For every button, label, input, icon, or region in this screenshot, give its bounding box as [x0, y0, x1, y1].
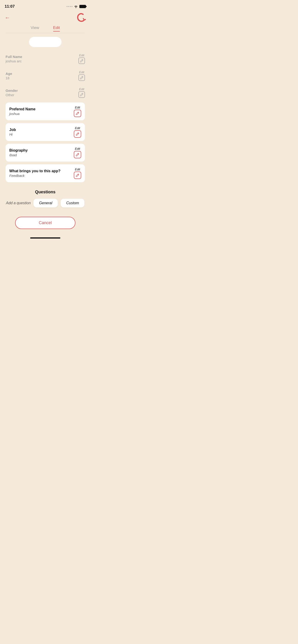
cancel-button[interactable]: Cancel [15, 217, 75, 229]
full-name-edit-button[interactable]: Edit [79, 54, 85, 64]
profile-content: Full Name joshua arc Edit Age 18 Edit [0, 52, 91, 182]
what-brings-label: What brings you to this app? [9, 169, 60, 173]
status-time: 11:07 [5, 4, 15, 9]
avatar-area [0, 33, 91, 52]
top-nav: ← [0, 12, 91, 23]
add-question-label: Add a question [6, 201, 31, 205]
job-edit-button[interactable]: Edit [74, 126, 81, 138]
age-value: 18 [6, 76, 12, 80]
signal-icon [67, 6, 72, 7]
what-brings-value: Feedback [9, 174, 60, 178]
home-bar [30, 238, 60, 238]
job-edit-icon [74, 130, 81, 138]
preferred-name-edit-icon [74, 110, 81, 117]
field-full-name: Full Name joshua arc Edit [6, 52, 85, 68]
tab-bar: View Edit [0, 23, 91, 33]
preferred-name-value: joshua [9, 112, 36, 116]
field-age: Age 18 Edit [6, 68, 85, 86]
biography-edit-button[interactable]: Edit [74, 147, 81, 158]
full-name-value: joshua arc [6, 59, 22, 63]
what-brings-edit-button[interactable]: Edit [74, 168, 81, 179]
preferred-name-edit-button[interactable]: Edit [74, 106, 81, 117]
field-job: Job Hi Edit [6, 123, 85, 141]
tab-view[interactable]: View [31, 26, 39, 31]
tab-edit[interactable]: Edit [53, 26, 60, 31]
field-preferred-name: Prefered Name joshua Edit [6, 102, 85, 120]
cancel-area: Cancel [0, 211, 91, 233]
gender-edit-button[interactable]: Edit [79, 88, 85, 98]
questions-title: Questions [6, 190, 85, 194]
questions-section: Questions Add a question General Custom [0, 185, 91, 211]
age-label: Age [6, 72, 12, 76]
biography-edit-icon [74, 151, 81, 158]
field-gender: Gender Other Edit [6, 86, 85, 102]
what-brings-edit-icon [74, 172, 81, 179]
gender-edit-icon [79, 91, 85, 98]
field-what-brings: What brings you to this app? Feedback Ed… [6, 164, 85, 182]
age-edit-icon [79, 74, 85, 81]
job-label: Job [9, 128, 16, 132]
biography-label: Biography [9, 148, 28, 152]
age-edit-button[interactable]: Edit [79, 70, 85, 81]
battery-icon [79, 5, 86, 8]
job-value: Hi [9, 132, 16, 136]
back-button[interactable]: ← [5, 15, 10, 20]
add-question-row: Add a question General Custom [6, 199, 85, 208]
home-indicator [0, 233, 91, 241]
full-name-label: Full Name [6, 55, 22, 59]
status-bar: 11:07 [0, 0, 91, 12]
avatar-pill [29, 37, 62, 47]
preferred-name-label: Prefered Name [9, 107, 36, 111]
custom-button[interactable]: Custom [61, 199, 85, 208]
app-logo-icon [76, 12, 86, 23]
gender-value: Other [6, 93, 18, 97]
wifi-icon [74, 5, 78, 8]
gender-label: Gender [6, 88, 18, 92]
general-button[interactable]: General [34, 199, 58, 208]
field-biography: Biography dsad Edit [6, 144, 85, 162]
full-name-edit-icon [79, 58, 85, 64]
status-icons [67, 5, 86, 8]
biography-value: dsad [9, 153, 28, 157]
